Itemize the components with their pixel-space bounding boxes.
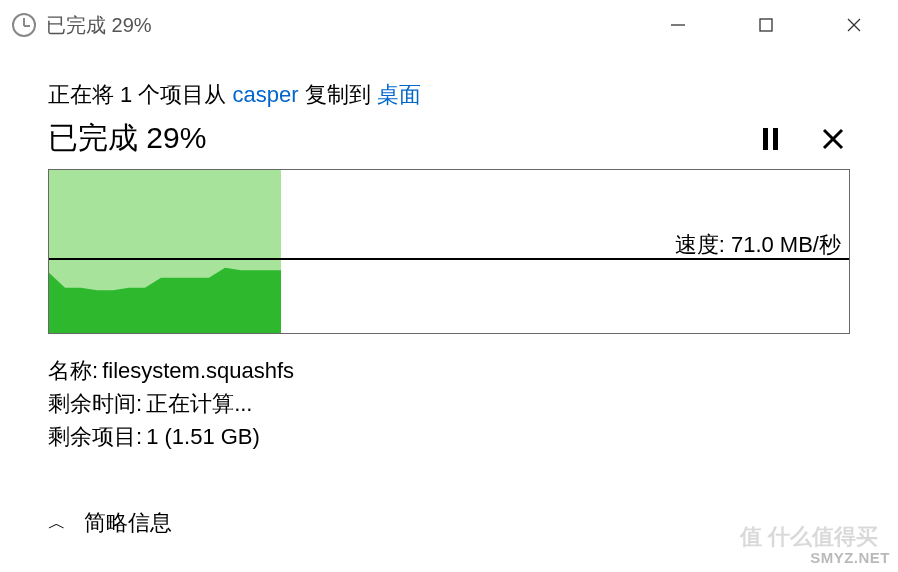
watermark-text: SMYZ.NET xyxy=(802,543,898,572)
clock-icon xyxy=(12,13,36,37)
titlebar: 已完成 29% xyxy=(0,0,898,50)
copy-mid: 复制到 xyxy=(299,82,377,107)
detail-items: 剩余项目: 1 (1.51 GB) xyxy=(48,420,850,453)
copy-description: 正在将 1 个项目从 casper 复制到 桌面 xyxy=(48,80,850,110)
cancel-button[interactable] xyxy=(822,128,844,150)
maximize-button[interactable] xyxy=(722,0,810,50)
speed-chart: 速度: 71.0 MB/秒 xyxy=(48,169,850,334)
close-window-button[interactable] xyxy=(810,0,898,50)
close-icon xyxy=(822,128,844,150)
dest-link[interactable]: 桌面 xyxy=(377,82,421,107)
details-toggle[interactable]: ︿ 简略信息 xyxy=(48,508,172,538)
detail-name: 名称: filesystem.squashfs xyxy=(48,354,850,387)
progress-heading: 已完成 29% xyxy=(48,118,206,159)
toggle-label: 简略信息 xyxy=(84,508,172,538)
dialog-content: 正在将 1 个项目从 casper 复制到 桌面 已完成 29% 速度: 71.… xyxy=(0,50,898,453)
chevron-up-icon: ︿ xyxy=(48,511,66,535)
speed-label: 速度: 71.0 MB/秒 xyxy=(675,230,841,260)
window-title: 已完成 29% xyxy=(46,12,152,39)
svg-rect-1 xyxy=(760,19,772,31)
copy-prefix: 正在将 1 个项目从 xyxy=(48,82,233,107)
detail-time: 剩余时间: 正在计算... xyxy=(48,387,850,420)
source-link[interactable]: casper xyxy=(233,82,299,107)
window-controls xyxy=(634,0,898,50)
details: 名称: filesystem.squashfs 剩余时间: 正在计算... 剩余… xyxy=(48,354,850,453)
pause-button[interactable] xyxy=(763,128,778,150)
minimize-button[interactable] xyxy=(634,0,722,50)
progress-header: 已完成 29% xyxy=(48,118,850,159)
pause-icon xyxy=(763,128,778,150)
